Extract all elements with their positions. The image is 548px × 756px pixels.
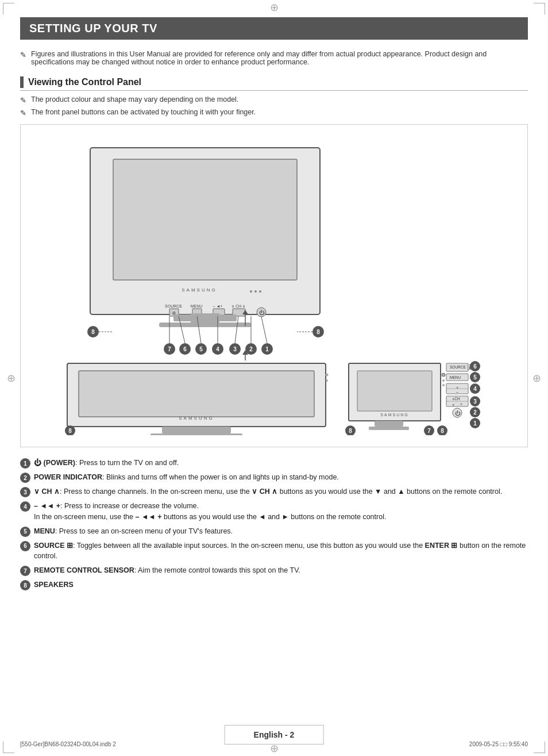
section-bar	[20, 76, 24, 88]
desc-item-7: 7 REMOTE CONTROL SENSOR: Aim the remote …	[20, 565, 528, 576]
sub-note-text-2: The front panel buttons can be activated…	[31, 108, 256, 117]
svg-text:CH: CH	[454, 397, 460, 401]
sub-note-2: ✎ The front panel buttons can be activat…	[20, 108, 528, 117]
svg-text:SAMSUNG: SAMSUNG	[179, 416, 214, 421]
svg-rect-50	[357, 371, 432, 411]
svg-text:MENU: MENU	[450, 375, 461, 379]
svg-text:⏻: ⏻	[259, 310, 265, 316]
desc-item-5: 5 MENU: Press to see an on-screen menu o…	[20, 526, 528, 537]
note-text: Figures and illustrations in this User M…	[31, 50, 528, 66]
svg-text:8: 8	[317, 329, 320, 335]
desc-num-8: 8	[20, 580, 30, 590]
sub-note-text-1: The product colour and shape may vary de…	[31, 95, 238, 105]
note-icon-3: ✎	[20, 109, 26, 117]
svg-text:+: +	[456, 386, 458, 390]
svg-rect-53	[369, 427, 409, 430]
desc-num-5: 5	[20, 527, 30, 537]
svg-rect-95	[79, 371, 314, 417]
desc-text-2: POWER INDICATOR: Blinks and turns off wh…	[34, 472, 528, 483]
svg-text:SAMSUNG: SAMSUNG	[182, 287, 217, 293]
svg-text:1: 1	[473, 420, 477, 427]
desc-num-2: 2	[20, 473, 30, 483]
svg-rect-1	[113, 159, 297, 280]
svg-text:5: 5	[199, 346, 203, 352]
desc-num-7: 7	[20, 566, 30, 576]
desc-text-5: MENU: Press to see an on-screen menu of …	[34, 526, 528, 537]
svg-text:⏻: ⏻	[455, 410, 461, 416]
page-content: SETTING UP YOUR TV ✎ Figures and illustr…	[20, 17, 528, 590]
svg-text:4: 4	[473, 386, 477, 392]
desc-text-4: – ◄◄ +: Press to increase or decrease th…	[34, 501, 528, 523]
svg-text:7: 7	[168, 346, 171, 352]
svg-rect-98	[150, 433, 242, 435]
svg-point-56	[442, 384, 445, 386]
reg-mark-left: ⊕	[7, 372, 16, 385]
svg-text:7: 7	[427, 428, 431, 434]
desc-item-2: 2 POWER INDICATOR: Blinks and turns off …	[20, 472, 528, 483]
desc-num-6: 6	[20, 541, 30, 551]
svg-text:MENU: MENU	[191, 304, 203, 308]
diagram-container: SAMSUNG SOURCE ⊞ MENU – ◄+ ∨ CH	[20, 124, 528, 447]
desc-item-3: 3 ∨ CH ∧: Press to change channels. In t…	[20, 486, 528, 497]
svg-line-48	[261, 317, 267, 343]
svg-text:5: 5	[473, 374, 477, 381]
svg-text:1: 1	[265, 346, 269, 352]
svg-rect-52	[375, 421, 403, 427]
svg-text:6: 6	[183, 346, 187, 352]
desc-num-1: 1	[20, 458, 30, 469]
desc-item-6: 6 SOURCE ⊞: Toggles between all the avai…	[20, 540, 528, 562]
svg-text:8: 8	[441, 428, 444, 434]
svg-point-99	[326, 374, 329, 377]
svg-text:SOURCE: SOURCE	[165, 304, 182, 308]
note-block-1: ✎ Figures and illustrations in this User…	[20, 50, 528, 66]
svg-point-55	[442, 379, 445, 382]
svg-text:8: 8	[349, 428, 352, 434]
svg-text:SOURCE: SOURCE	[450, 365, 466, 369]
svg-point-3	[250, 290, 252, 293]
desc-num-3: 3	[20, 487, 30, 497]
tv-diagrams: SAMSUNG SOURCE ⊞ MENU – ◄+ ∨ CH	[29, 136, 519, 435]
svg-text:2: 2	[473, 409, 477, 416]
desc-text-1: ⏻ (POWER): Press to turn the TV on and o…	[34, 458, 528, 469]
desc-item-8: 8 SPEAKERS	[20, 580, 528, 590]
footer-lang-text: English - 2	[254, 730, 295, 739]
section-title: Viewing the Control Panel	[28, 77, 141, 87]
reg-mark-right: ⊕	[532, 372, 541, 385]
note-icon-2: ✎	[20, 96, 26, 105]
sub-note-1: ✎ The product colour and shape may vary …	[20, 95, 528, 105]
svg-point-72	[460, 403, 462, 405]
desc-num-4: 4	[20, 501, 30, 512]
svg-point-54	[442, 373, 445, 377]
footer-left: [550-Ger]BN68-02324D-00L04.indb 2	[20, 741, 116, 747]
desc-item-4: 4 – ◄◄ +: Press to increase or decrease …	[20, 501, 528, 523]
svg-text:2: 2	[249, 346, 253, 352]
svg-text:8: 8	[68, 428, 72, 434]
svg-point-100	[326, 379, 328, 382]
description-list: 1 ⏻ (POWER): Press to turn the TV on and…	[20, 458, 528, 590]
section-heading: Viewing the Control Panel	[20, 76, 528, 91]
svg-point-4	[254, 290, 257, 293]
svg-text:3: 3	[473, 398, 477, 405]
svg-rect-97	[162, 427, 231, 433]
footer-lang-box: English - 2	[225, 725, 324, 745]
svg-text:⊞: ⊞	[172, 311, 176, 315]
footer-right: 2009-05-25 □□ 9:55:40	[469, 741, 528, 747]
desc-text-6: SOURCE ⊞: Toggles between all the availa…	[34, 540, 528, 562]
svg-text:∨ CH ∧: ∨ CH ∧	[231, 304, 245, 308]
svg-text:4: 4	[216, 346, 219, 352]
svg-text:6: 6	[473, 363, 477, 370]
svg-rect-18	[191, 313, 219, 323]
tv-diagram-svg: SAMSUNG SOURCE ⊞ MENU – ◄+ ∨ CH	[38, 136, 510, 435]
svg-text:8: 8	[91, 329, 95, 335]
desc-item-1: 1 ⏻ (POWER): Press to turn the TV on and…	[20, 458, 528, 469]
reg-mark-top: ⊕	[270, 1, 279, 14]
svg-text:–: –	[456, 390, 458, 394]
svg-text:3: 3	[233, 346, 237, 352]
desc-text-7: REMOTE CONTROL SENSOR: Aim the remote co…	[34, 565, 528, 576]
reg-mark-bottom: ⊕	[270, 742, 279, 755]
svg-text:– ◄+: – ◄+	[213, 304, 223, 308]
page-title: SETTING UP YOUR TV	[20, 17, 528, 40]
svg-text:∨: ∨	[452, 403, 454, 406]
desc-text-3: ∨ CH ∧: Press to change channels. In the…	[34, 486, 528, 497]
note-icon: ✎	[20, 51, 26, 66]
